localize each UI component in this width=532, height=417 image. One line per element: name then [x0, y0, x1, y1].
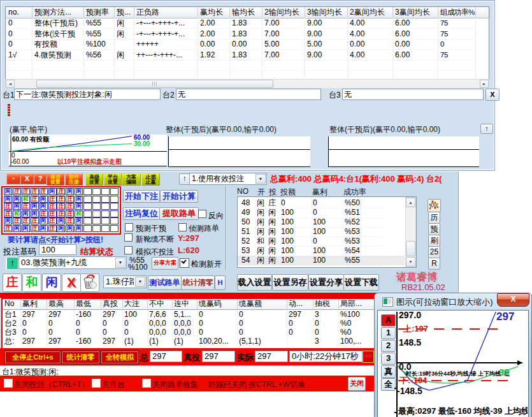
- road-cell[interactable]: 庄: [4, 210, 12, 217]
- history-row[interactable]: 53闲闲100100%54: [238, 246, 405, 256]
- minimize-button[interactable]: -: [6, 173, 20, 184]
- scroll-right-arrow[interactable]: ►: [480, 80, 489, 88]
- intervene-checkbox[interactable]: [125, 223, 133, 231]
- road-cell[interactable]: 庄: [22, 188, 30, 195]
- scheme-combobox[interactable]: 03.微笑预测+九缆 ▼: [18, 256, 127, 269]
- table-row[interactable]: [6, 60, 489, 71]
- road-cell[interactable]: 闲: [22, 225, 30, 232]
- sim-no-bet-checkbox[interactable]: [124, 246, 133, 254]
- road-cell[interactable]: 闲: [4, 188, 12, 195]
- stats-column-header[interactable]: 连中: [172, 299, 198, 309]
- extract-road-button[interactable]: 提取路单: [159, 207, 199, 220]
- road-cell[interactable]: 庄: [66, 210, 74, 217]
- road-cell[interactable]: 庄: [66, 196, 74, 203]
- road-cell[interactable]: 庄: [57, 188, 65, 195]
- road-cell[interactable]: 闲: [22, 210, 30, 217]
- road-cell[interactable]: [83, 203, 92, 210]
- road-cell[interactable]: 闲: [4, 217, 12, 224]
- history-row[interactable]: 51闲闲100100%53: [238, 227, 405, 237]
- stats-column-header[interactable]: 动...: [287, 299, 313, 309]
- road-cell[interactable]: 庄: [31, 188, 39, 195]
- share-settings-button[interactable]: 设置分享: [308, 274, 344, 291]
- column-header[interactable]: 预测率: [83, 7, 115, 17]
- prediction-table[interactable]: no.预测方法...预测率预...正负路赢均长输均长2输间均长3输间均长2赢间均…: [5, 6, 489, 80]
- road-cell[interactable]: 闲: [75, 188, 83, 195]
- road-cell[interactable]: 闲: [13, 196, 21, 203]
- desk3-input[interactable]: 无: [342, 89, 484, 100]
- desk2-input[interactable]: 无: [176, 89, 321, 100]
- list-vscrollbar[interactable]: ▲ ▼: [405, 197, 416, 267]
- column-header[interactable]: 组成功率%: [438, 7, 476, 17]
- road-cell[interactable]: 闲: [31, 203, 39, 210]
- road-cell[interactable]: 闲: [75, 225, 83, 232]
- table-row[interactable]: 0整体(没干预%55闲-+---+-+++-+...2.001.837.009.…: [6, 29, 489, 40]
- btn-25[interactable]: 25: [428, 246, 440, 258]
- delete-button[interactable]: X: [62, 274, 81, 292]
- stats-column-header[interactable]: 最低: [74, 299, 101, 309]
- player-button[interactable]: 闲: [42, 274, 61, 292]
- road-grid[interactable]: 闲庄庄庄庄闲庄闲闲闲闲和庄闲庄庄庄闲庄闲庄闲闲庄庄庄闲庄和闲闲庄庄庄庄和闲庄庄庄…: [1, 186, 121, 235]
- road-cell[interactable]: 庄: [57, 203, 65, 210]
- scroll-left-arrow[interactable]: ◄: [6, 80, 15, 88]
- road-cell[interactable]: 闲: [4, 196, 12, 203]
- road-cell[interactable]: [92, 217, 101, 224]
- history-button[interactable]: 历: [428, 212, 440, 224]
- load-settings-button[interactable]: 载入设置: [237, 274, 272, 291]
- column-header[interactable]: 2赢间均长: [347, 7, 393, 17]
- scroll-thumb[interactable]: [406, 241, 415, 256]
- road-cell[interactable]: 庄: [4, 203, 12, 210]
- road-cell[interactable]: [110, 188, 119, 195]
- road-cell[interactable]: 闲: [75, 203, 83, 210]
- road-cell[interactable]: 庄: [48, 210, 57, 217]
- history-row[interactable]: 50闲闲100100%52: [238, 217, 405, 227]
- road-cell[interactable]: 庄: [48, 203, 57, 210]
- road-cell[interactable]: 闲: [13, 203, 21, 210]
- road-cell[interactable]: 庄: [40, 188, 48, 195]
- road-cell[interactable]: [101, 188, 110, 195]
- share-plan-button[interactable]: 分享方案: [152, 257, 178, 270]
- save-settings-button[interactable]: 保存设置: [47, 173, 64, 186]
- actual-input[interactable]: 297: [255, 351, 288, 362]
- column-header[interactable]: 输均长: [229, 7, 262, 17]
- road-cell[interactable]: 庄: [57, 210, 65, 217]
- stat-clear-button[interactable]: 统计清零: [181, 275, 215, 290]
- test-road-button[interactable]: 测试路单: [148, 275, 182, 290]
- road-cell[interactable]: [83, 225, 92, 232]
- road-cell[interactable]: 庄: [31, 217, 39, 224]
- road-cell[interactable]: 庄: [48, 217, 57, 224]
- stats-column-header[interactable]: 大注: [122, 299, 148, 309]
- reset-code-button[interactable]: 注码复位: [123, 207, 160, 220]
- real-bet-input[interactable]: 297: [202, 351, 235, 362]
- help-button[interactable]: ?: [34, 173, 47, 184]
- road-cell[interactable]: 闲: [48, 188, 57, 195]
- scroll-thumb[interactable]: [36, 80, 273, 88]
- close-road-collect-checkbox[interactable]: [142, 379, 151, 388]
- btn-r[interactable]: R: [428, 258, 440, 270]
- scroll-up-arrow[interactable]: ▲: [406, 198, 415, 207]
- road-cell[interactable]: [101, 210, 110, 217]
- road-cell[interactable]: 闲: [31, 210, 39, 217]
- road-cell[interactable]: [83, 217, 92, 224]
- road-cell[interactable]: [110, 196, 119, 203]
- road-cell[interactable]: 和: [13, 210, 21, 217]
- history-row[interactable]: 48闲庄00%50: [238, 198, 405, 208]
- road-cell[interactable]: [110, 203, 119, 210]
- road-cell[interactable]: [101, 225, 110, 232]
- scheme-up-button[interactable]: ↑: [6, 257, 18, 270]
- desk-type-combobox[interactable]: 1.珠仔路 ▼: [103, 275, 147, 288]
- history-row[interactable]: 52和闲1000%53: [238, 237, 405, 246]
- table-row[interactable]: 1√4.微笑预测%56闲++---+-+++-...1.921.837.009.…: [6, 50, 489, 61]
- advanced-settings-button[interactable]: 高级设置: [85, 173, 103, 186]
- road-cell[interactable]: 闲: [66, 225, 74, 232]
- road-cell[interactable]: [101, 196, 110, 203]
- scroll-down-arrow[interactable]: ▼: [406, 257, 415, 267]
- road-cell[interactable]: [92, 210, 101, 217]
- stats-column-header[interactable]: 缆赢码: [197, 299, 238, 309]
- road-cell[interactable]: 庄: [48, 225, 57, 232]
- road-cell[interactable]: 闲: [13, 225, 21, 232]
- download-settings-button[interactable]: 设置下载: [343, 274, 379, 291]
- close-button2[interactable]: 关闭: [348, 377, 366, 391]
- road-cell[interactable]: 庄: [22, 203, 30, 210]
- table-hscrollbar[interactable]: ◄ ►: [5, 79, 489, 89]
- column-header[interactable]: no.: [6, 7, 32, 17]
